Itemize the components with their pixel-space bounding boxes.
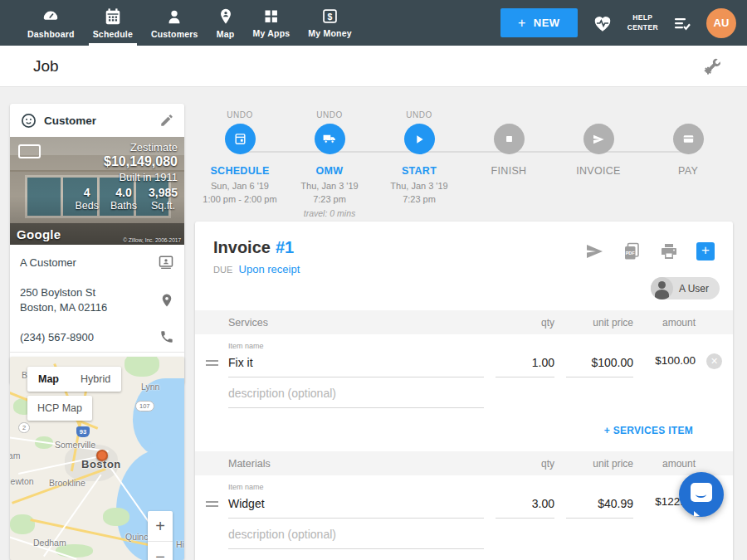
customer-address: 250 Boylston St Boston, MA 02116 — [20, 285, 107, 314]
contact-card-icon[interactable] — [158, 254, 174, 270]
chat-button[interactable] — [679, 472, 724, 517]
customer-face-icon — [20, 112, 37, 129]
service-item-name-input[interactable]: Fix it — [228, 350, 484, 377]
user-avatar[interactable]: AU — [706, 8, 736, 38]
play-icon — [413, 133, 426, 146]
add-invoice-icon[interactable]: + — [696, 242, 715, 261]
pdf-icon[interactable]: PDF — [622, 241, 642, 261]
job-status-timeline: UNDO SCHEDULE Sun, Jan 6 '19 1:00 pm - 2… — [195, 104, 733, 220]
calendar-icon — [233, 132, 247, 146]
wrench-gear-icon[interactable] — [702, 56, 722, 76]
heart-pulse-icon[interactable] — [592, 12, 613, 34]
schedule-step-button[interactable] — [225, 124, 256, 154]
nav-item-customers[interactable]: Customers — [142, 0, 208, 46]
map-label-waltham: ham — [10, 450, 20, 460]
add-services-row: + SERVICES ITEM — [195, 408, 733, 441]
baths-label: Baths — [110, 200, 137, 212]
my-money-icon: $ — [321, 7, 339, 25]
send-invoice-icon[interactable] — [584, 241, 604, 261]
print-icon[interactable] — [659, 241, 679, 261]
route-badge-2: 2 — [18, 422, 30, 433]
map-type-hybrid-button[interactable]: Hybrid — [70, 367, 121, 392]
item-name-label: Item name — [228, 342, 484, 350]
step-date-line: Sun, Jan 6 '19 — [195, 180, 285, 193]
hcp-map-button[interactable]: HCP Map — [27, 396, 92, 421]
unit-price-column-header: unit price — [554, 317, 633, 329]
nav-label: My Money — [308, 28, 351, 38]
undo-link[interactable]: UNDO — [195, 110, 285, 122]
service-description-input[interactable]: description (optional) — [228, 381, 484, 408]
timeline-step-finish: FINISH — [464, 104, 554, 220]
service-description-row: description (optional) — [195, 381, 733, 408]
customer-address-row: 250 Boylston St Boston, MA 02116 — [20, 278, 174, 322]
undo-spacer — [643, 110, 733, 122]
address-line1: 250 Boylston St — [20, 286, 95, 299]
pay-step-button[interactable] — [673, 124, 704, 154]
material-description-input[interactable]: description (optional) — [228, 522, 484, 549]
nav-item-my-apps[interactable]: My Apps — [244, 0, 300, 46]
tasks-checklist-icon[interactable] — [672, 13, 692, 33]
nav-label: Customers — [151, 29, 198, 39]
assigned-user-chip[interactable]: A User — [651, 277, 720, 299]
step-label: INVOICE — [554, 165, 643, 177]
invoice-header: Invoice#1 DUE Upon receipt PDF + — [195, 222, 733, 275]
zoom-out-button[interactable]: − — [148, 542, 173, 560]
customer-card: Customer Zestimate $10,149,080 Built in … — [10, 104, 184, 384]
omw-step-button[interactable] — [315, 124, 345, 154]
interstate-93-shield: 93 — [76, 426, 90, 437]
step-time-line: 7:23 pm — [285, 193, 374, 207]
map-type-map-button[interactable]: Map — [27, 367, 70, 392]
service-unit-price-input[interactable]: $100.00 — [566, 350, 633, 377]
step-label: START — [374, 165, 464, 177]
nav-item-dashboard[interactable]: Dashboard — [18, 0, 84, 46]
add-services-item-link[interactable]: + SERVICES ITEM — [604, 425, 693, 436]
add-materials-row: + MATERIALS ITEM — [195, 549, 733, 560]
nav-item-my-money[interactable]: $ My Money — [299, 0, 360, 46]
step-time-line: 7:23 pm — [374, 193, 464, 207]
start-step-button[interactable] — [404, 124, 435, 154]
customers-icon — [165, 7, 183, 26]
material-qty-input[interactable]: 3.00 — [496, 491, 554, 519]
item-name-label: Item name — [228, 483, 484, 491]
edit-pencil-icon[interactable] — [159, 113, 174, 128]
new-button[interactable]: + NEW — [500, 8, 578, 37]
unit-price-column-header: unit price — [554, 458, 633, 470]
help-center-link[interactable]: HELP CENTER — [627, 13, 658, 32]
schedule-icon — [104, 7, 122, 26]
undo-spacer — [554, 110, 643, 122]
delete-item-icon[interactable]: ✕ — [706, 353, 722, 369]
undo-spacer — [464, 110, 554, 122]
nav-item-schedule[interactable]: Schedule — [84, 0, 142, 46]
map-label-somerville: Somerville — [55, 440, 95, 450]
phone-icon[interactable] — [159, 329, 174, 344]
map-park — [103, 508, 129, 526]
finish-step-button[interactable] — [494, 124, 525, 154]
stop-icon — [503, 133, 515, 145]
plus-icon: + — [518, 18, 526, 28]
invoice-step-button[interactable] — [583, 124, 614, 154]
step-date: Thu, Jan 3 '19 7:23 pm travel: 0 mins — [285, 180, 374, 220]
drag-handle[interactable] — [206, 360, 218, 366]
due-value-link[interactable]: Upon receipt — [239, 263, 300, 275]
material-unit-price-input[interactable]: $40.99 — [566, 491, 633, 519]
zoom-in-button[interactable]: + — [148, 511, 173, 541]
timeline-step-pay: PAY — [643, 104, 733, 220]
undo-link[interactable]: UNDO — [374, 110, 464, 122]
new-button-label: NEW — [534, 17, 560, 29]
map-label-brookline: Brookline — [49, 478, 85, 488]
undo-link[interactable]: UNDO — [285, 110, 374, 122]
nav-item-map[interactable]: Map — [208, 0, 244, 46]
service-qty-input[interactable]: 1.00 — [496, 350, 554, 377]
nav-label: Map — [217, 29, 235, 39]
map-icon — [217, 7, 235, 26]
service-amount: $100.00 — [633, 354, 696, 377]
drag-handle[interactable] — [206, 501, 218, 507]
material-item-name-input[interactable]: Widget — [228, 491, 484, 519]
step-label: OMW — [285, 165, 374, 177]
zestimate-overlay: Zestimate $10,149,080 Built in 1911 4 4.… — [75, 141, 178, 212]
svg-text:PDF: PDF — [626, 251, 636, 256]
location-pin-icon[interactable] — [159, 292, 174, 309]
map-label-dedham: Dedham — [33, 538, 66, 548]
property-stats: 4 4.0 3,985 Beds Baths Sq.ft. — [75, 186, 178, 212]
street-view-icon[interactable] — [18, 144, 41, 158]
